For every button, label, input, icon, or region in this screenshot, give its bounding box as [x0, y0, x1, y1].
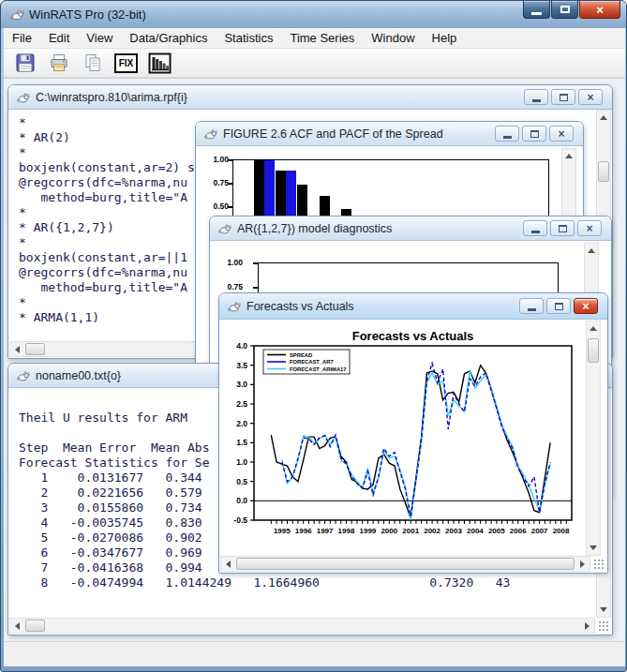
minimize-icon [531, 231, 540, 233]
save-button[interactable] [12, 51, 37, 75]
menu-statistics[interactable]: Statistics [216, 28, 281, 49]
menu-time-series[interactable]: Time Series [281, 28, 363, 49]
x-tick-label: 2004 [467, 527, 484, 535]
rat-icon [16, 90, 30, 104]
scroll-thumb[interactable] [588, 338, 599, 363]
print-button[interactable] [46, 51, 71, 75]
y-tick-label: 1.00 [216, 258, 243, 267]
y-tick-label: 0.0 [236, 496, 247, 505]
scroll-up-arrow[interactable] [590, 326, 597, 331]
maximize-button[interactable] [550, 220, 575, 236]
bar-graph-icon [148, 52, 172, 74]
maximize-button[interactable] [551, 89, 575, 105]
menu-edit[interactable]: Edit [40, 28, 78, 49]
copy-pages-icon [82, 52, 104, 74]
scroll-left-arrow[interactable] [15, 346, 20, 353]
scroll-thumb[interactable] [598, 161, 609, 182]
figure-window-controls: × [495, 126, 574, 142]
forecast-horizontal-scrollbar[interactable] [220, 556, 590, 572]
scroll-up-arrow[interactable] [565, 154, 573, 158]
close-button[interactable]: × [578, 89, 603, 105]
close-button[interactable]: × [579, 1, 620, 19]
scroll-down-arrow[interactable] [590, 545, 597, 550]
close-button[interactable]: × [577, 220, 602, 236]
y-tick-mark [228, 159, 232, 161]
scroll-up-arrow[interactable] [600, 115, 607, 120]
close-button[interactable]: × [574, 298, 598, 314]
rat-icon [203, 127, 217, 141]
scroll-up-arrow[interactable] [588, 248, 595, 253]
y-tick-mark [228, 183, 232, 185]
winrats-rat-icon [9, 7, 24, 22]
minimize-button[interactable] [495, 126, 519, 142]
close-icon: × [586, 223, 592, 234]
main-window-controls: × [523, 1, 620, 19]
winrats-main-window: WinRATS Pro (32-bit) × FileEditViewData/… [0, 0, 627, 672]
x-tick-label: 2005 [488, 527, 505, 535]
forecast-titlebar[interactable]: Forecasts vs Actuals × [219, 293, 607, 320]
editor-titlebar[interactable]: C:\winratspro.810\arima.rpf{i} × [8, 85, 612, 110]
y-tick-label: 0.75 [216, 282, 243, 291]
forecast-vertical-scrollbar[interactable] [586, 321, 601, 556]
menu-view[interactable]: View [78, 28, 121, 49]
resize-grip[interactable] [598, 620, 610, 633]
main-titlebar[interactable]: WinRATS Pro (32-bit) × [1, 1, 627, 28]
scroll-right-arrow[interactable] [580, 560, 585, 568]
x-tick-label: 2002 [424, 527, 440, 535]
fix-button[interactable]: FIX [113, 51, 139, 75]
forecast-window: Forecasts vs Actuals × Forecasts vs Actu… [218, 292, 608, 574]
minimize-button[interactable] [523, 1, 550, 19]
x-tick-label: 2006 [510, 527, 527, 535]
scroll-thumb[interactable] [236, 558, 575, 570]
maximize-button[interactable] [522, 126, 546, 142]
y-tick-label: 4.0 [236, 341, 247, 351]
scroll-thumb[interactable] [25, 343, 45, 355]
figure-title: FIGURE 2.6 ACF and PACF of the Spread [223, 127, 443, 141]
figure-titlebar[interactable]: FIGURE 2.6 ACF and PACF of the Spread × [196, 122, 583, 146]
x-tick-label: 2008 [553, 527, 570, 535]
scroll-right-arrow[interactable] [585, 622, 590, 630]
maximize-button[interactable] [551, 1, 578, 19]
diagnostics-titlebar[interactable]: AR({1,2,7}) model diagnostics × [210, 217, 611, 241]
scroll-down-arrow[interactable] [600, 607, 607, 612]
forecast-title: Forecasts vs Actuals [246, 300, 354, 313]
resize-grip[interactable] [593, 559, 605, 571]
x-tick-label: 1998 [338, 527, 355, 535]
minimize-button[interactable] [523, 220, 547, 236]
x-tick-label: 1995 [274, 527, 291, 535]
graph-button[interactable] [147, 51, 172, 75]
menu-help[interactable]: Help [424, 28, 466, 49]
y-tick-mark [228, 206, 232, 208]
y-tick-label: -0.5 [233, 515, 247, 525]
x-tick-label: 2007 [531, 527, 548, 535]
x-tick-label: 2001 [402, 527, 419, 535]
window-title: WinRATS Pro (32-bit) [29, 7, 146, 22]
menu-bar: FileEditViewData/GraphicsStatisticsTime … [4, 28, 625, 49]
close-button[interactable]: × [549, 126, 574, 142]
maximize-icon [560, 94, 568, 101]
y-tick-label: 0.50 [202, 202, 229, 211]
maximize-icon [560, 6, 570, 13]
menu-data-graphics[interactable]: Data/Graphics [121, 28, 216, 49]
maximize-icon [559, 225, 567, 232]
y-tick-mark [253, 287, 258, 289]
maximize-button[interactable] [546, 298, 571, 314]
scroll-thumb[interactable] [25, 620, 45, 632]
y-tick-label: 0.75 [202, 178, 229, 187]
y-tick-label: 3.0 [236, 380, 247, 389]
y-tick-label: 1.5 [236, 438, 247, 447]
minimize-button[interactable] [524, 89, 548, 105]
close-icon: × [596, 4, 604, 16]
y-tick-label: 2.0 [236, 419, 247, 428]
text-line: 8 -0.0474994 1.0144249 1.1664960 0.7320 … [19, 575, 611, 590]
output-horizontal-scrollbar[interactable] [9, 618, 595, 634]
scroll-left-arrow[interactable] [226, 560, 231, 568]
menu-window[interactable]: Window [363, 28, 423, 49]
copy-button[interactable] [80, 51, 105, 75]
rat-icon [217, 221, 231, 235]
minimize-button[interactable] [519, 298, 544, 314]
status-bar [4, 641, 625, 666]
x-tick-label: 2003 [445, 527, 462, 535]
scroll-left-arrow[interactable] [15, 622, 20, 630]
menu-file[interactable]: File [4, 28, 40, 49]
